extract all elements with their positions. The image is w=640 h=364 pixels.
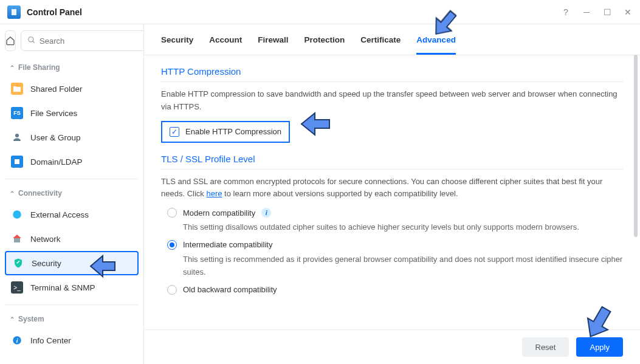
tab-advanced[interactable]: Advanced	[416, 35, 456, 55]
section-system[interactable]: ⌃System	[5, 310, 139, 328]
svg-point-1	[29, 36, 33, 41]
section-label: System	[18, 315, 44, 323]
sidebar-item-network[interactable]: Network	[5, 227, 139, 251]
maximize-button[interactable]: ☐	[602, 7, 612, 17]
checkbox-label: Enable HTTP Compression	[185, 127, 281, 136]
enable-http-compression-checkbox[interactable]: ✓	[170, 127, 179, 137]
sidebar-item-label: Domain/LDAP	[30, 157, 83, 167]
app-icon	[7, 5, 21, 19]
tab-bar: Security Account Firewall Protection Cer…	[144, 24, 640, 55]
chevron-up-icon: ⌃	[10, 64, 15, 71]
search-icon	[27, 36, 36, 46]
sidebar-item-user-group[interactable]: User & Group	[5, 125, 139, 149]
svg-line-2	[33, 41, 35, 43]
section-label: File Sharing	[18, 63, 60, 72]
tab-protection[interactable]: Protection	[305, 35, 345, 55]
tab-certificate[interactable]: Certificate	[360, 35, 401, 55]
http-compression-desc: Enable HTTP compression to save bandwidt…	[161, 88, 623, 114]
window-title: Control Panel	[27, 7, 550, 17]
titlebar: Control Panel ? ─ ☐ ✕	[0, 0, 640, 24]
help-button[interactable]: ?	[561, 7, 571, 17]
section-connectivity[interactable]: ⌃Connectivity	[5, 184, 139, 202]
apply-button[interactable]: Apply	[576, 337, 623, 357]
section-title-tls: TLS / SSL Profile Level	[161, 143, 623, 170]
radio-label: Intermediate compatibility	[183, 240, 272, 249]
radio-intermediate-compatibility[interactable]: Intermediate compatibility	[167, 240, 623, 250]
section-title-http-compression: HTTP Compression	[161, 55, 623, 82]
radio-button[interactable]	[167, 285, 177, 295]
svg-point-5	[13, 210, 21, 219]
tab-account[interactable]: Account	[209, 35, 242, 55]
intermediate-desc: This setting is recommended as it provid…	[183, 253, 623, 279]
radio-label: Modern compatibility	[183, 208, 255, 218]
tls-desc: TLS and SSL are common encrypted protoco…	[161, 176, 623, 201]
svg-rect-4	[15, 159, 19, 164]
radio-modern-compatibility[interactable]: Modern compatibility i	[167, 208, 623, 218]
modern-desc: This setting disallows outdated cipher s…	[183, 221, 623, 234]
sidebar-item-label: File Services	[30, 109, 77, 118]
sidebar-item-label: Terminal & SNMP	[30, 283, 95, 292]
scrollbar-thumb[interactable]	[634, 55, 638, 237]
enable-http-compression-row[interactable]: ✓ Enable HTTP Compression	[161, 121, 290, 143]
sidebar-item-file-services[interactable]: FSFile Services	[5, 101, 139, 125]
sidebar-item-label: Security	[32, 259, 61, 268]
sidebar-item-info-center[interactable]: iInfo Center	[5, 328, 139, 352]
tab-firewall[interactable]: Firewall	[258, 35, 288, 55]
chevron-up-icon: ⌃	[10, 190, 15, 197]
content-pane: Security Account Firewall Protection Cer…	[144, 24, 640, 364]
vertical-scrollbar[interactable]	[634, 55, 638, 316]
svg-text:i: i	[16, 337, 18, 344]
sidebar-item-label: Network	[30, 235, 61, 244]
sidebar: ⌃File Sharing Shared Folder FSFile Servi…	[0, 24, 144, 364]
footer: Reset Apply	[144, 329, 640, 364]
svg-rect-6	[14, 238, 20, 242]
radio-button[interactable]	[167, 240, 177, 250]
close-button[interactable]: ✕	[623, 7, 633, 17]
section-file-sharing[interactable]: ⌃File Sharing	[5, 58, 139, 77]
radio-old-compatibility[interactable]: Old backward compatibility	[167, 285, 623, 295]
reset-button[interactable]: Reset	[522, 337, 569, 357]
sidebar-item-label: Shared Folder	[30, 84, 83, 94]
info-icon[interactable]: i	[261, 208, 271, 218]
radio-button[interactable]	[167, 208, 177, 218]
radio-label: Old backward compatibility	[183, 285, 277, 294]
sidebar-item-shared-folder[interactable]: Shared Folder	[5, 77, 139, 101]
tls-learn-more-link[interactable]: here	[206, 189, 222, 198]
chevron-up-icon: ⌃	[10, 316, 15, 323]
svg-point-3	[15, 134, 19, 137]
sidebar-item-domain-ldap[interactable]: Domain/LDAP	[5, 149, 139, 174]
search-input[interactable]	[40, 36, 142, 46]
sidebar-item-security[interactable]: Security	[5, 251, 139, 275]
tab-security[interactable]: Security	[161, 35, 193, 55]
sidebar-item-label: Info Center	[30, 336, 71, 345]
sidebar-item-external-access[interactable]: External Access	[5, 202, 139, 227]
sidebar-item-label: User & Group	[30, 133, 81, 142]
tls-desc-post: to learn more about versions supported b…	[222, 189, 458, 198]
section-label: Connectivity	[18, 189, 62, 197]
minimize-button[interactable]: ─	[582, 7, 591, 17]
home-button[interactable]	[5, 30, 16, 51]
sidebar-item-label: External Access	[30, 210, 89, 219]
sidebar-item-terminal-snmp[interactable]: >_Terminal & SNMP	[5, 275, 139, 300]
svg-rect-0	[12, 9, 16, 15]
search-box[interactable]	[21, 30, 144, 51]
